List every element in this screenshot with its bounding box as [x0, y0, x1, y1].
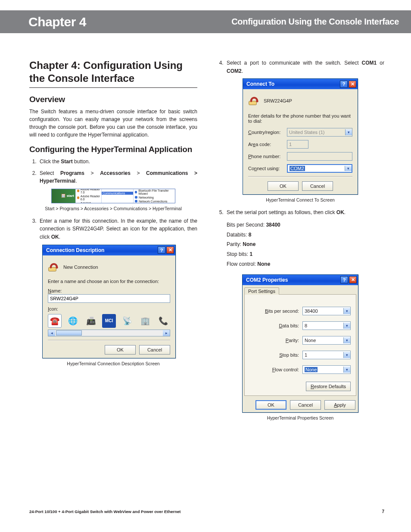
parity-select[interactable]: None▾ — [302, 336, 351, 345]
step-5: Set the serial port settings as follows,… — [225, 208, 384, 217]
databits-label: Data bits: — [250, 323, 302, 328]
rule — [29, 87, 197, 88]
phone-icon[interactable]: ☎️ — [48, 314, 62, 328]
step-2: Select Programs > Accessories > Communic… — [38, 169, 197, 185]
device-name: SRW224G4P — [264, 98, 292, 103]
steps-list: Click the Start button. Select Programs … — [29, 158, 197, 185]
titlebar[interactable]: Connect To ? ✕ — [243, 79, 358, 89]
left-column: Chapter 4: Configuration Using the Conso… — [29, 59, 197, 426]
modem-icon[interactable]: 📠 — [84, 314, 98, 328]
flow-select[interactable]: None▾ — [302, 365, 351, 374]
ok-button[interactable]: OK — [268, 181, 299, 191]
stopbits-select[interactable]: 1▾ — [302, 351, 351, 359]
step-4: Select a port to communicate with the sw… — [225, 59, 384, 75]
name-label: Name: — [48, 288, 170, 293]
cp-caption: HyperTerminal Properties Screen — [216, 415, 384, 420]
start-menu-screenshot: 🪟 start All Programs Adobe Reader 7.0 Ad… — [51, 189, 175, 203]
scroll-thumb[interactable] — [56, 330, 82, 336]
building-icon[interactable]: 🏢 — [138, 314, 152, 328]
phone-icon — [248, 94, 260, 107]
phone-label: Phone number: — [248, 154, 287, 159]
com2-properties-dialog: COM2 Properties ? ✕ Port Settings Bits p… — [242, 274, 358, 413]
close-icon[interactable]: ✕ — [166, 246, 174, 254]
help-icon[interactable]: ? — [340, 276, 348, 283]
phone2-icon[interactable]: 📞 — [156, 314, 170, 328]
country-select: United States (1)▾ — [287, 128, 352, 137]
titlebar[interactable]: COM2 Properties ? ✕ — [243, 275, 358, 285]
cancel-button[interactable]: Cancel — [302, 181, 333, 191]
mci-icon[interactable]: MCI — [102, 314, 116, 328]
connection-description-dialog: Connection Description ? ✕ New Connectio… — [42, 245, 176, 358]
chapter-label: Chapter 4 — [28, 15, 86, 29]
ok-button[interactable]: OK — [105, 345, 136, 355]
bps-label: Bits per second: — [250, 308, 302, 314]
step-3: Enter a name for this connection. In the… — [38, 217, 197, 241]
cd-caption: HyperTerminal Connection Description Scr… — [29, 361, 197, 366]
scroll-right-icon[interactable]: ▸ — [163, 330, 170, 336]
cancel-button[interactable]: Cancel — [139, 345, 170, 355]
instruction-text: Enter a name and choose an icon for the … — [48, 279, 170, 284]
dialog-title: COM2 Properties — [246, 277, 288, 283]
svg-point-1 — [56, 266, 58, 268]
section-heading: Chapter 4: Configuration Using the Conso… — [29, 59, 197, 85]
ct-caption: HyperTerminal Connect To Screen — [216, 197, 384, 202]
satellite-icon[interactable]: 📡 — [120, 314, 134, 328]
flow-label: Flow control: — [250, 367, 302, 372]
help-icon[interactable]: ? — [158, 246, 165, 254]
connect-using-select[interactable]: COM2▾ — [287, 164, 352, 173]
instruction-text: Enter details for the phone number that … — [248, 113, 352, 124]
serial-settings: Bits per Second: 38400 Databits: 8 Parit… — [216, 220, 384, 269]
databits-select[interactable]: 8▾ — [302, 321, 351, 330]
close-icon[interactable]: ✕ — [349, 276, 357, 283]
restore-defaults-button[interactable]: Restore Defaults — [306, 382, 351, 391]
globe-icon[interactable]: 🌐 — [66, 314, 80, 328]
svg-point-3 — [256, 100, 258, 102]
footer-left: 24-Port 10/100 + 4-Port Gigabit Switch w… — [29, 509, 181, 514]
apply-button[interactable]: Apply — [324, 400, 355, 410]
steps-list-2: Enter a name for this connection. In the… — [29, 217, 197, 241]
overview-heading: Overview — [29, 95, 197, 104]
area-code-input — [287, 140, 308, 149]
icon-palette[interactable]: ☎️ 🌐 📠 MCI 📡 🏢 📞 — [48, 314, 170, 328]
tab-strip: Port Settings — [244, 287, 358, 294]
bps-select[interactable]: 38400▾ — [302, 307, 351, 315]
country-label: Country/region: — [248, 130, 287, 135]
stopbits-label: Stop bits: — [250, 352, 302, 358]
scroll-left-icon[interactable]: ◂ — [48, 330, 55, 336]
config-heading: Configuring the HyperTerminal Applicatio… — [29, 145, 197, 154]
new-connection-label: New Connection — [63, 264, 98, 270]
cancel-button[interactable]: Cancel — [290, 400, 321, 410]
parity-label: Parity: — [250, 338, 302, 343]
dialog-title: Connect To — [246, 81, 274, 87]
help-icon[interactable]: ? — [340, 81, 348, 88]
close-icon[interactable]: ✕ — [349, 81, 356, 88]
right-column: Select a port to communicate with the sw… — [216, 59, 384, 426]
startshot-caption: Start > Programs > Accessories > Communi… — [29, 206, 197, 211]
connection-name-input[interactable] — [48, 294, 170, 303]
svg-rect-2 — [249, 101, 257, 105]
tab-port-settings[interactable]: Port Settings — [244, 287, 279, 295]
step-1: Click the Start button. — [38, 158, 197, 166]
area-label: Area code: — [248, 142, 287, 147]
page-header: Chapter 4 Configuration Using the Consol… — [0, 10, 411, 33]
connect-using-label: Connect using: — [248, 166, 287, 171]
icon-label: Icon: — [48, 306, 170, 311]
phone-number-input — [287, 152, 352, 161]
steps-list-r2: Set the serial port settings as follows,… — [216, 208, 384, 217]
icon-scrollbar[interactable]: ◂ ▸ — [48, 330, 170, 336]
dialog-title: Connection Description — [46, 247, 104, 253]
titlebar[interactable]: Connection Description ? ✕ — [43, 245, 175, 255]
svg-rect-0 — [49, 267, 56, 271]
page-footer: 24-Port 10/100 + 4-Port Gigabit Switch w… — [29, 509, 384, 514]
steps-list-r1: Select a port to communicate with the sw… — [216, 59, 384, 75]
page-number: 7 — [382, 509, 384, 514]
connect-to-dialog: Connect To ? ✕ SRW224G4P Enter details f… — [243, 78, 358, 195]
chapter-title: Configuration Using the Console Interfac… — [231, 17, 399, 27]
overview-paragraph: The Switch features a menu-driven consol… — [29, 108, 197, 139]
phone-icon — [48, 261, 60, 274]
ok-button[interactable]: OK — [255, 400, 286, 410]
